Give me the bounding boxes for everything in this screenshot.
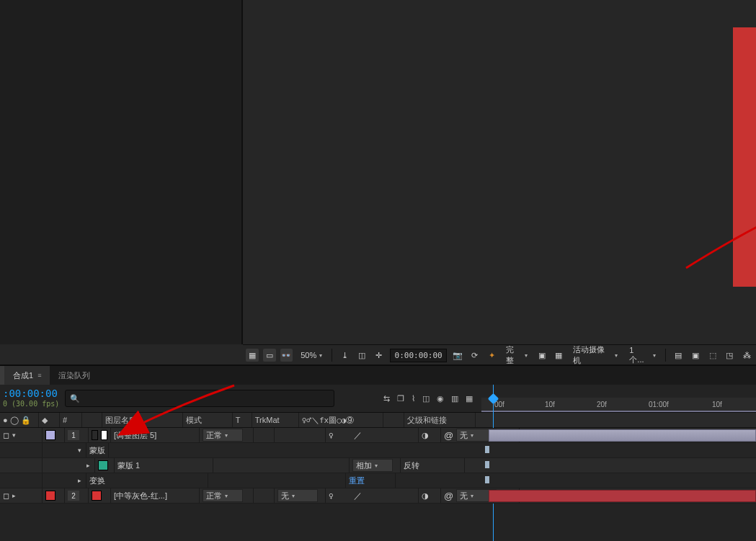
col-t[interactable]: T xyxy=(233,413,252,427)
property-track xyxy=(476,473,756,488)
view-layout-dropdown[interactable]: 1 个... ▾ xyxy=(626,347,659,363)
mask-row[interactable]: ▸ 蒙版 1 相加▾ 反转 xyxy=(0,458,756,473)
label-color[interactable] xyxy=(45,491,55,501)
camera-dropdown[interactable]: 活动摄像机 ▾ xyxy=(569,347,621,363)
layer-index: 1 xyxy=(68,430,79,440)
layer-row[interactable]: ◻▸ 2 [中等灰色-红...] 正常▾ 无▾ ♀ ／ ◑ @ 无▾ xyxy=(0,488,756,504)
shy-icon[interactable]: ⌇ xyxy=(412,394,415,403)
col-layer-name[interactable]: 图层名称 xyxy=(102,413,183,427)
mask-mode-dropdown[interactable]: 相加▾ xyxy=(352,459,393,472)
grid-icon[interactable]: ✛ xyxy=(373,349,386,362)
3d-ground-icon[interactable]: ⬚ xyxy=(706,349,719,362)
col-parent[interactable]: 父级和链接 xyxy=(404,413,476,427)
twirl-icon[interactable]: ▾ xyxy=(12,432,16,439)
time-ruler-area[interactable]: 00f 10f 20f 01:00f 10f xyxy=(481,385,756,412)
tab-comp-label: 合成1 xyxy=(13,370,33,381)
blend-mode-dropdown[interactable]: 正常▾ xyxy=(203,429,243,442)
source-swatch xyxy=(101,430,107,440)
mask-name[interactable]: 蒙版 1 xyxy=(117,460,140,471)
timeline-icon[interactable]: ▦ xyxy=(552,349,565,362)
toggle-transparency-icon[interactable]: ▭ xyxy=(263,349,276,362)
pickwhip-icon[interactable]: @ xyxy=(444,491,453,501)
snapshot-icon[interactable]: 📷 xyxy=(451,349,464,362)
source-swatch xyxy=(92,491,102,501)
show-channel-icon[interactable]: ⟳ xyxy=(468,349,481,362)
zoom-value: 50% xyxy=(301,351,316,359)
search-input[interactable] xyxy=(84,393,329,405)
property-group-row[interactable]: ▸ 变换 重置 xyxy=(0,473,756,488)
inherit-icon[interactable]: ◑ xyxy=(422,431,429,440)
keyframe-markerbar[interactable] xyxy=(485,476,489,483)
keyframe-markerbar[interactable] xyxy=(485,461,489,468)
composition-canvas[interactable] xyxy=(243,0,756,344)
tab-composition[interactable]: 合成1 ≡ xyxy=(4,366,50,385)
track-header-spacer xyxy=(476,413,756,428)
col-label[interactable]: ◆ xyxy=(39,413,60,427)
trkmat-dropdown[interactable]: 无▾ xyxy=(277,489,318,502)
timeline-panel: 合成1 ≡ 渲染队列 :00:00:00 0 (30.00 fps) 🔍 ⇆ ❒… xyxy=(0,365,756,541)
resolution-down-icon[interactable]: ⤓ xyxy=(338,349,351,362)
layer-name[interactable]: [调整图层 5] xyxy=(114,430,156,441)
red-solid-layer[interactable] xyxy=(733,27,756,287)
tab-render-queue[interactable]: 渲染队列 xyxy=(50,366,99,385)
zoom-dropdown[interactable]: 50% ▾ xyxy=(297,347,326,363)
current-timecode[interactable]: :00:00:00 xyxy=(3,388,59,398)
property-group-row[interactable]: ▾ 蒙版 xyxy=(0,443,756,458)
fast-preview-icon[interactable]: ▣ xyxy=(535,349,548,362)
tab-menu-icon[interactable]: ≡ xyxy=(37,372,41,379)
exposure-icon[interactable]: ⁂ xyxy=(740,349,753,362)
switch-shy[interactable]: ♀ xyxy=(329,431,334,440)
mask-color-swatch[interactable] xyxy=(98,460,108,470)
layer-duration-bar[interactable] xyxy=(489,490,756,502)
twirl-icon[interactable]: ▾ xyxy=(78,447,81,454)
motion-blur-icon[interactable]: ◉ xyxy=(437,394,444,403)
pickwhip-icon[interactable]: @ xyxy=(444,430,453,441)
roi-icon[interactable]: ◫ xyxy=(355,349,368,362)
inherit-icon[interactable]: ◑ xyxy=(422,491,429,501)
comp-flowchart-icon[interactable]: ⇆ xyxy=(383,394,390,403)
col-trkmat[interactable]: TrkMat xyxy=(252,413,299,427)
twirl-icon[interactable]: ▸ xyxy=(86,462,90,469)
color-mgmt-icon[interactable]: ✦ xyxy=(485,349,498,362)
layer-search[interactable]: 🔍 xyxy=(65,390,334,407)
renderer-icon[interactable]: ◳ xyxy=(723,349,736,362)
graph-editor-icon[interactable]: ▥ xyxy=(451,394,458,403)
switch-shy[interactable]: ♀ xyxy=(329,491,334,501)
layer-track[interactable] xyxy=(476,488,756,503)
layer-row[interactable]: ◻▾ 1 [调整图层 5] 正常▾ ♀ ／ ◑ @ 无▾ xyxy=(0,428,756,443)
twirl-icon[interactable]: ▸ xyxy=(78,477,81,484)
visibility-toggle[interactable]: ◻ xyxy=(3,491,9,501)
col-av-toggles[interactable]: ● ◯ 🔒 xyxy=(0,413,39,427)
time-ruler[interactable]: 00f 10f 20f 01:00f 10f xyxy=(481,398,756,412)
twirl-icon[interactable]: ▸ xyxy=(12,492,16,499)
mask-invert-label[interactable]: 反转 xyxy=(404,460,419,471)
layer-track[interactable] xyxy=(476,428,756,442)
draft3d-icon[interactable]: ❒ xyxy=(397,394,404,403)
fast-draft-icon[interactable]: ▣ xyxy=(689,349,702,362)
blend-mode-dropdown[interactable]: 正常▾ xyxy=(203,489,243,502)
chevron-down-icon: ▾ xyxy=(615,352,618,359)
col-inherit xyxy=(383,413,404,427)
switch-collapse[interactable]: ／ xyxy=(354,491,362,501)
col-switches[interactable]: ♀♂＼fx圖◯◑⑨ xyxy=(299,413,383,427)
layer-name[interactable]: [中等灰色-红...] xyxy=(114,491,167,501)
switch-collapse[interactable]: ／ xyxy=(354,430,362,441)
visibility-toggle[interactable]: ◻ xyxy=(3,431,9,440)
resolution-dropdown[interactable]: 完整 ▾ xyxy=(502,347,531,363)
frame-blend-icon[interactable]: ◫ xyxy=(422,394,430,403)
col-mode[interactable]: 模式 xyxy=(183,413,233,427)
layer-duration-bar[interactable] xyxy=(489,429,756,442)
resolution-value: 完整 xyxy=(506,344,522,366)
search-icon: 🔍 xyxy=(70,394,80,403)
mask-visibility-icon[interactable]: 👓 xyxy=(280,349,293,362)
keyframe-markerbar[interactable] xyxy=(485,446,489,453)
reset-link[interactable]: 重置 xyxy=(349,475,365,486)
col-index[interactable]: # xyxy=(60,413,82,427)
pixel-aspect-icon[interactable]: ▤ xyxy=(672,349,685,362)
layer-index: 2 xyxy=(68,491,79,501)
label-color[interactable] xyxy=(45,430,55,440)
magnify-ratio-icon[interactable]: ▦ xyxy=(246,349,259,362)
brainstorm-icon[interactable]: ▦ xyxy=(466,394,473,403)
preview-timecode[interactable]: 0:00:00:00 xyxy=(390,349,447,362)
work-area-bar[interactable] xyxy=(481,411,756,412)
